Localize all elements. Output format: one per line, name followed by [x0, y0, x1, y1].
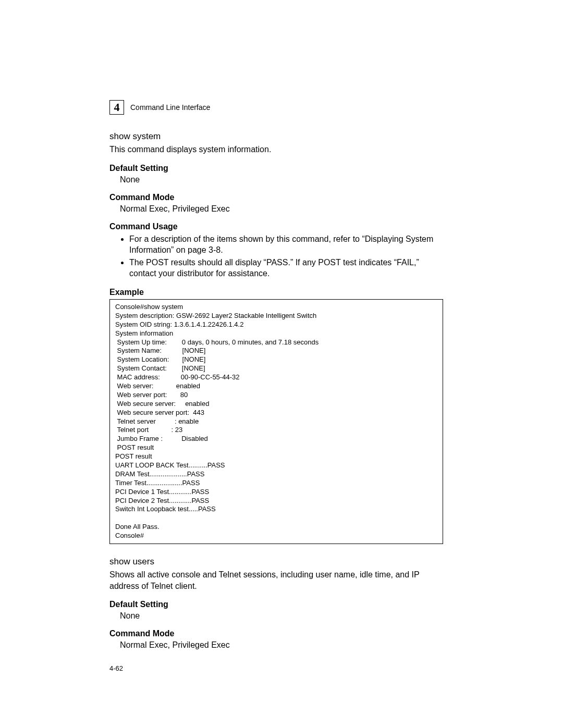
default-setting-heading: Default Setting: [109, 164, 443, 173]
page-header: 4 Command Line Interface: [109, 100, 443, 115]
command-description: This command displays system information…: [109, 144, 443, 155]
chapter-number-box: 4: [109, 100, 124, 115]
example-heading: Example: [109, 288, 443, 297]
page-content: 4 Command Line Interface show system Thi…: [109, 100, 443, 672]
default-setting-body: None: [120, 611, 443, 621]
header-title: Command Line Interface: [130, 103, 210, 112]
page-number: 4-62: [109, 664, 443, 672]
default-setting-heading: Default Setting: [109, 600, 443, 609]
usage-bullet: For a description of the items shown by …: [129, 233, 443, 256]
command-mode-body: Normal Exec, Privileged Exec: [120, 204, 443, 214]
command-usage-heading: Command Usage: [109, 222, 443, 231]
command-description: Shows all active console and Telnet sess…: [109, 569, 443, 591]
command-mode-heading: Command Mode: [109, 629, 443, 638]
usage-bullet: The POST results should all display “PAS…: [129, 257, 443, 279]
example-console-output: Console#show system System description: …: [109, 299, 443, 544]
command-title-show-users: show users: [109, 557, 443, 567]
command-usage-list: For a description of the items shown by …: [129, 233, 443, 279]
command-mode-body: Normal Exec, Privileged Exec: [120, 640, 443, 650]
command-title-show-system: show system: [109, 131, 443, 142]
default-setting-body: None: [120, 175, 443, 184]
command-mode-heading: Command Mode: [109, 193, 443, 202]
chapter-number: 4: [114, 101, 120, 114]
